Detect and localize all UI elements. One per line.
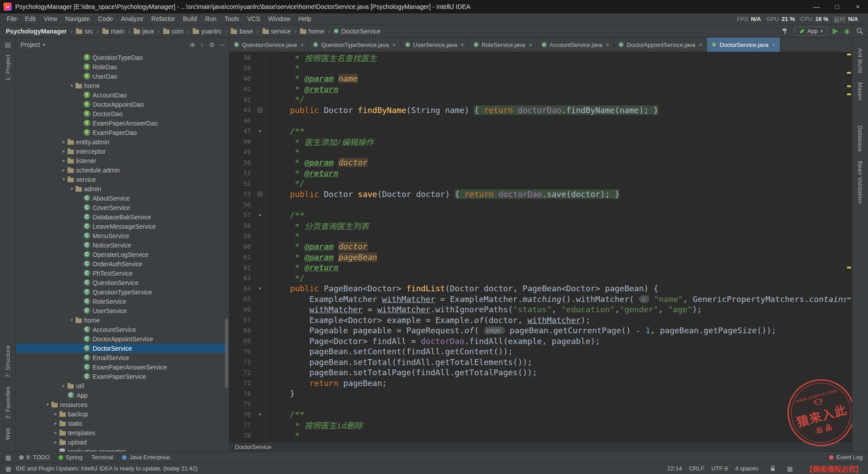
tab-doctorappointservice-java[interactable]: CDoctorAppointService.java×	[614, 38, 707, 52]
code-text[interactable]: */	[266, 95, 305, 104]
code-text[interactable]: * 按照医生id删除	[266, 419, 363, 431]
tree-item-static[interactable]: ▸static	[16, 419, 229, 428]
tree-item-accountdao[interactable]: IAccountDao	[16, 90, 229, 100]
close-icon[interactable]: ×	[772, 42, 775, 48]
tree-item-home[interactable]: ▾home	[16, 315, 229, 325]
tree-expand-icon[interactable]: ▸	[60, 167, 68, 173]
fold-marker[interactable]: +	[254, 189, 266, 200]
editor-breadcrumb-item[interactable]: DoctorService	[235, 444, 271, 450]
tree-expand-icon[interactable]: ▸	[60, 383, 68, 389]
tool-window-button-event-log[interactable]: Event Log	[829, 454, 863, 461]
code-text[interactable]: *	[266, 431, 300, 440]
run-button[interactable]	[833, 28, 838, 34]
tree-item-doctordao[interactable]: IDoctorDao	[16, 109, 229, 118]
code-text[interactable]: public PageBean<Doctor> findList(Doctor …	[266, 284, 658, 293]
tab-roleservice-java[interactable]: CRoleService.java×	[469, 38, 537, 52]
code-text[interactable]: pageBean.setTotal(findAll.getTotalElemen…	[266, 357, 532, 367]
code-text[interactable]: * 按照医生名查找医生	[266, 52, 377, 63]
tree-item-doctorappointdao[interactable]: IDoctorAppointDao	[16, 100, 229, 109]
tree-item-databasebakservice[interactable]: CDatabaseBakService	[16, 212, 229, 222]
code-text[interactable]: return pageBean;	[266, 378, 387, 388]
menu-item-analyze[interactable]: Analyze	[117, 13, 148, 25]
breadcrumb-java[interactable]: java	[132, 27, 155, 35]
inspection-mark[interactable]	[847, 93, 851, 95]
tree-item-roleservice[interactable]: CRoleService	[16, 297, 229, 306]
breadcrumb-service[interactable]: service	[261, 27, 292, 35]
tree-item-doctorservice[interactable]: CDoctorService	[16, 344, 229, 353]
menu-item-navigate[interactable]: Navigate	[61, 13, 94, 25]
tree-collapse-icon[interactable]: ▾	[68, 83, 76, 88]
tool-button-1-project[interactable]: 1: Project	[4, 55, 11, 81]
menu-item-build[interactable]: Build	[179, 13, 201, 25]
code-text[interactable]: * @param doctor	[266, 242, 368, 251]
build-hammer-icon[interactable]	[781, 27, 789, 35]
tool-window-button-terminal[interactable]: Terminal	[91, 454, 113, 461]
tree-item-questionservice[interactable]: CQuestionService	[16, 278, 229, 287]
code-text[interactable]: */	[266, 179, 305, 188]
tool-window-button-java-enterprise[interactable]: Java Enterprise	[122, 454, 169, 461]
tree-item-userservice[interactable]: CUserService	[16, 306, 229, 315]
tree-expand-icon[interactable]: ▸	[60, 158, 68, 164]
close-icon[interactable]: ×	[301, 42, 304, 48]
menu-item-help[interactable]: Help	[294, 13, 315, 25]
tree-item-templates[interactable]: ▸templates	[16, 428, 229, 437]
tool-window-button-spring[interactable]: Spring	[59, 454, 83, 461]
tree-item-listener[interactable]: ▸listener	[16, 156, 229, 165]
tab-userservice-java[interactable]: CUserService.java×	[401, 38, 469, 52]
status-widget-22-14[interactable]: 22:14	[667, 465, 682, 472]
breadcrumb-com[interactable]: com	[162, 27, 185, 35]
tool-button-web[interactable]: Web	[4, 428, 11, 440]
tree-item-questiontypeservice[interactable]: CQuestionTypeService	[16, 287, 229, 297]
code-text[interactable]: *	[266, 147, 300, 157]
tree-item-accountservice[interactable]: CAccountService	[16, 325, 229, 334]
close-button[interactable]: ×	[847, 0, 868, 13]
fold-closed-icon[interactable]: +	[258, 192, 263, 197]
fold-marker[interactable]: ▾	[254, 210, 266, 221]
menu-item-window[interactable]: Window	[264, 13, 295, 25]
tree-item-emailservice[interactable]: CEmailService	[16, 353, 229, 362]
breadcrumb-main[interactable]: main	[101, 27, 126, 35]
status-widget-4-spaces[interactable]: 4 spaces	[735, 465, 758, 472]
code-text[interactable]: pageBean.setContent(findAll.getContent()…	[266, 347, 513, 356]
project-scrollbar[interactable]	[225, 319, 228, 388]
menu-item-view[interactable]: View	[40, 13, 61, 25]
project-panel-title[interactable]: Project	[21, 41, 40, 48]
code-text[interactable]: * @return	[266, 168, 339, 178]
tree-expand-icon[interactable]: ▸	[52, 420, 59, 426]
menu-item-tools[interactable]: Tools	[220, 13, 243, 25]
lock-icon[interactable]	[770, 466, 775, 472]
code-text[interactable]: }	[266, 389, 295, 398]
menu-item-refactor[interactable]: Refactor	[147, 13, 179, 25]
fold-closed-icon[interactable]: +	[258, 108, 263, 113]
tree-item-home[interactable]: ▾home	[16, 81, 229, 90]
tree-item-coverservice[interactable]: CCoverService	[16, 203, 229, 212]
tree-expand-icon[interactable]: ▸	[52, 411, 59, 417]
menu-item-file[interactable]: File	[3, 13, 21, 25]
tree-collapse-icon[interactable]: ▾	[68, 186, 76, 192]
breadcrumb-psychologymanager[interactable]: PsychologyManager	[4, 27, 68, 35]
hide-panel-icon[interactable]: ─	[220, 41, 224, 48]
code-text[interactable]: * @param doctor	[266, 158, 368, 167]
fold-marker[interactable]: ▾	[254, 126, 266, 137]
code-text[interactable]: ExampleMatcher withMatcher = ExampleMatc…	[266, 294, 852, 304]
tree-item-service[interactable]: ▾service	[16, 175, 229, 184]
tree-item-roledao[interactable]: IRoleDao	[16, 62, 229, 71]
code-text[interactable]: Page<Doctor> findAll = doctorDao.findAll…	[266, 336, 600, 346]
tree-item-questiontypedao[interactable]: IQuestionTypeDao	[16, 53, 229, 62]
code-text[interactable]: Pageable pageable = PageRequest.of( page…	[266, 326, 776, 335]
tree-item-menuservice[interactable]: CMenuService	[16, 231, 229, 240]
tree-collapse-icon[interactable]: ▾	[68, 317, 76, 323]
tree-item-exampaperanswerdao[interactable]: IExamPaperAnswerDao	[16, 118, 229, 128]
tool-window-switcher-icon[interactable]: ▦	[5, 454, 11, 461]
chevron-down-icon[interactable]: ▾	[43, 42, 46, 48]
tool-button-2-favorites[interactable]: 2: Favorites	[4, 386, 11, 419]
tree-item-app[interactable]: CApp	[16, 390, 229, 400]
code-text[interactable]: * @return	[266, 263, 339, 272]
tree-collapse-icon[interactable]: ▾	[44, 402, 51, 407]
tree-item-doctorappointservice[interactable]: CDoctorAppointService	[16, 334, 229, 344]
tab-questiontypeservice-java[interactable]: CQuestionTypeService.java×	[309, 38, 401, 52]
minimize-button[interactable]: —	[806, 0, 827, 13]
menu-item-code[interactable]: Code	[94, 13, 117, 25]
breadcrumb-home[interactable]: home	[299, 27, 326, 35]
tool-windows-icon[interactable]: ▤	[5, 41, 11, 48]
